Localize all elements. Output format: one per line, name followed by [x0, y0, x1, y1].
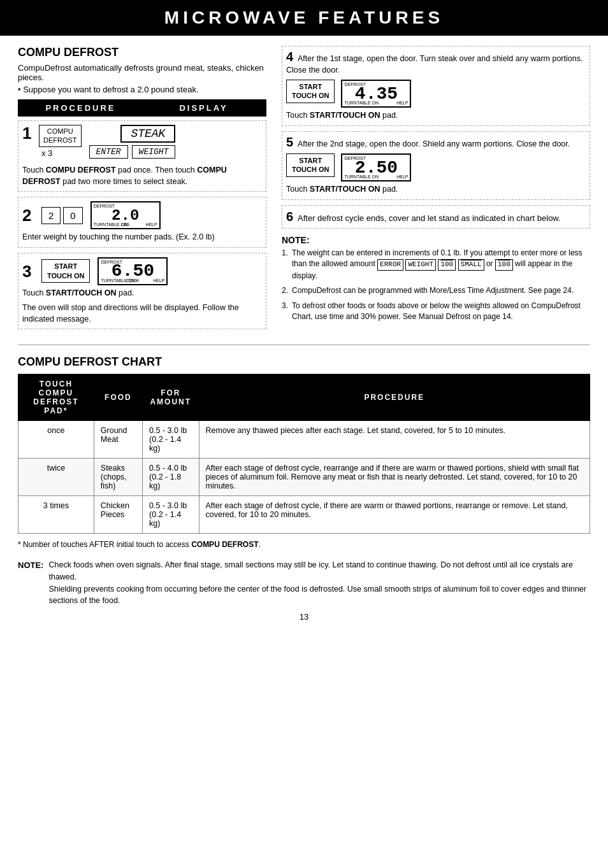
row3-food: ChickenPieces [94, 496, 142, 534]
row3-amount: 0.5 - 3.0 lb(0.2 - 1.4 kg) [143, 496, 199, 534]
step3-defrost-label: DEFROST [101, 260, 122, 264]
row3-touch: 3 times [18, 496, 94, 534]
note-title: NOTE: [282, 235, 590, 245]
chart-section: COMPU DEFROST CHART TOUCHCOMPU DEFROSTPA… [18, 355, 590, 607]
col-food: FOOD [94, 374, 142, 421]
step4-turntable-label: TURNTABLE ON [344, 101, 379, 105]
start-touch-btn[interactable]: START TOUCH ON [41, 259, 90, 283]
note-text-2: CompuDefrost can be programmed with More… [292, 285, 574, 296]
step6-num: 6 [286, 210, 293, 224]
step5-btn-line1: START [292, 156, 329, 165]
step1-number: 1 [22, 125, 34, 141]
tag-large: 100 [495, 259, 513, 271]
row2-procedure: After each stage of defrost cycle, rearr… [199, 459, 590, 496]
section1-title: COMPU DEFROST [18, 46, 266, 59]
note-num-2: 2. [282, 285, 288, 296]
note-num-1: 1. [282, 248, 288, 282]
compu-btn-line2: DEFROST [43, 136, 77, 145]
note-text-3: To defrost other foods or foods above or… [292, 301, 590, 323]
tag-small: SMALL [458, 259, 484, 271]
step3-help-label: HELP [153, 278, 164, 283]
step5-defrost-label: DEFROST [344, 156, 365, 160]
note-list: 1. The weight can be entered in incremen… [282, 248, 590, 323]
row2-food: Steaks(chops, fish) [94, 459, 142, 496]
step2-lbs-label: LBS [121, 222, 129, 227]
tag-100: 100 [438, 259, 456, 271]
page-number: 13 [18, 607, 590, 624]
col-touch: TOUCHCOMPU DEFROSTPAD* [18, 374, 94, 421]
step6-text: After defrost cycle ends, cover and let … [298, 213, 561, 223]
note-item-1: 1. The weight can be entered in incremen… [282, 248, 590, 282]
chart-header-row: TOUCHCOMPU DEFROSTPAD* FOOD FORAMOUNT PR… [18, 374, 590, 421]
row1-amount: 0.5 - 3.0 lb(0.2 - 1.4 kg) [143, 421, 199, 459]
chart-row-2: twice Steaks(chops, fish) 0.5 - 4.0 lb(0… [18, 459, 590, 496]
step3-bold: START/TOUCH ON [46, 288, 117, 297]
step3-touch-text: Touch START/TOUCH ON pad. [22, 288, 262, 299]
step2-number: 2 [22, 207, 34, 224]
chart-footnote-bold: COMPU DEFROST [191, 540, 258, 549]
num2-btn[interactable]: 2 [41, 207, 61, 224]
step5-help-label: HELP [396, 174, 408, 179]
step1-content: COMPU DEFROST x 3 STEAK ENTER WEIGHT [39, 125, 262, 159]
weight-btn: WEIGHT [132, 145, 176, 159]
step2-text: Enter weight by touching the number pads… [22, 232, 262, 243]
x3-label: x 3 [41, 148, 82, 158]
note-num-3: 3. [282, 301, 288, 323]
step5-num: 5 [286, 135, 293, 149]
step6-block: 6 After defrost cycle ends, cover and le… [282, 205, 590, 229]
procedure-label: PROCEDURE [19, 101, 142, 115]
step3-cook-label: COOK [126, 278, 140, 283]
divider [18, 345, 590, 345]
step1-display: STEAK ENTER WEIGHT [89, 125, 176, 159]
row1-touch: once [18, 421, 94, 459]
bottom-note: NOTE: Check foods when oven signals. Aft… [18, 559, 590, 607]
tag-weight: WEIGHT [405, 259, 436, 271]
step3-inner: 3 START TOUCH ON DEFROST 6.50 TURNTABLE … [22, 257, 262, 285]
step1-block: 1 COMPU DEFROST x 3 STEAK [18, 120, 266, 192]
step4-btn-line2: TOUCH ON [292, 91, 329, 100]
step5-inner: START TOUCH ON DEFROST 2.50 TURNTABLE ON… [286, 153, 586, 181]
chart-footnote: * Number of touches AFTER initial touch … [18, 537, 590, 551]
start-btn-line2: TOUCH ON [47, 271, 84, 280]
step5-btn-line2: TOUCH ON [292, 165, 329, 174]
step2-defrost-label: DEFROST [94, 204, 115, 208]
step5-start-btn[interactable]: START TOUCH ON [286, 153, 335, 177]
step2-help-label: HELP [145, 222, 157, 227]
num-pad-row: 2 0 [41, 207, 83, 224]
col-procedure: PROCEDURE [199, 374, 590, 421]
step4-bold: START/TOUCH ON [310, 111, 380, 120]
step3-text2: The oven will stop and directions will b… [22, 302, 262, 325]
step3-block: 3 START TOUCH ON DEFROST 6.50 TURNTABLE … [18, 253, 266, 330]
num0-btn[interactable]: 0 [63, 207, 82, 224]
col-amount: FORAMOUNT [143, 374, 199, 421]
chart-title: COMPU DEFROST CHART [18, 355, 590, 369]
compu-defrost-button[interactable]: COMPU DEFROST [39, 125, 82, 147]
step2-inner: 2 2 0 DEFROST 2.0 TURNTABLE ON LBS HELP [22, 201, 262, 229]
chart-row-1: once GroundMeat 0.5 - 3.0 lb(0.2 - 1.4 k… [18, 421, 590, 459]
note-right: NOTE: 1. The weight can be entered in in… [282, 235, 590, 323]
step5-display: DEFROST 2.50 TURNTABLE ON HELP [341, 153, 411, 181]
proc-display-header: PROCEDURE DISPLAY [18, 99, 266, 117]
row2-amount: 0.5 - 4.0 lb(0.2 - 1.8 kg) [143, 459, 199, 496]
bottom-note-label: NOTE: [18, 559, 43, 607]
steak-display: STEAK [120, 125, 175, 143]
note-text-1: The weight can be entered in increments … [292, 248, 590, 282]
bottom-note-text: Check foods when oven signals. After fin… [48, 559, 590, 607]
step4-start-btn[interactable]: START TOUCH ON [286, 80, 335, 103]
step4-display: DEFROST 4.35 TURNTABLE ON HELP [341, 80, 411, 108]
step2-block: 2 2 0 DEFROST 2.0 TURNTABLE ON LBS HELP … [18, 197, 266, 248]
row3-procedure: After each stage of defrost cycle, if th… [199, 496, 590, 534]
step5-turntable-label: TURNTABLE ON [344, 174, 379, 179]
header-title: MICROWAVE FEATURES [164, 8, 444, 27]
compu-btn-line1: COMPU [43, 127, 77, 136]
section1-example: • Suppose you want to defrost a 2.0 poun… [18, 85, 266, 94]
step3-number: 3 [22, 263, 34, 280]
step4-pre-text: 4 After the 1st stage, open the door. Tu… [286, 50, 586, 76]
step4-block: 4 After the 1st stage, open the door. Tu… [282, 46, 590, 126]
section1-intro: CompuDefrost automatically defrosts grou… [18, 63, 266, 82]
step1-text: Touch COMPU DEFROST pad once. Then touch… [22, 165, 262, 187]
tag-error: ERROR [377, 259, 403, 271]
step4-touch-text: Touch START/TOUCH ON pad. [286, 110, 586, 122]
step2-value: 2.0 [112, 207, 139, 224]
step4-help-label: HELP [396, 101, 408, 105]
